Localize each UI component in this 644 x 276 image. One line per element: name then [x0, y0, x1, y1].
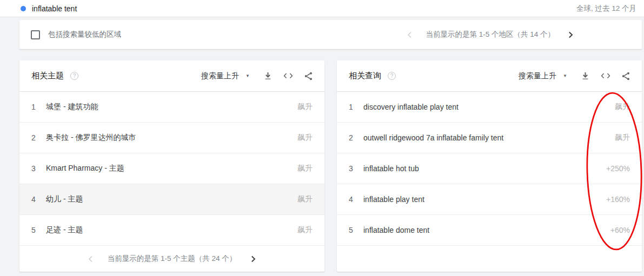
checkbox-label: 包括搜索量较低的区域	[48, 30, 121, 39]
row-rank: 3	[31, 164, 46, 173]
checkbox-box-icon[interactable]	[31, 30, 40, 39]
term-color-dot-icon	[21, 6, 26, 11]
related-queries-header: 相关查询 ? 搜索量上升 ▼	[337, 60, 642, 92]
card-title: 相关查询	[349, 71, 381, 81]
topics-pagination-label: 当前显示的是第 1-5 个主题（共 24 个）	[108, 254, 237, 264]
row-rank: 3	[349, 164, 363, 173]
row-label: outwell ridgewood 7a inflatable family t…	[363, 133, 615, 142]
sort-dropdown[interactable]: 搜索量上升 ▼	[201, 71, 250, 81]
card-title: 相关主题	[31, 71, 64, 81]
row-value: +60%	[610, 226, 630, 234]
row-label: inflatable play tent	[363, 195, 606, 204]
row-value: 飙升	[615, 102, 630, 112]
row-rank: 2	[31, 133, 46, 142]
list-item[interactable]: 3 inflatable hot tub +250%	[337, 153, 642, 184]
row-label: inflatable hot tub	[363, 164, 606, 173]
row-value: 飙升	[297, 164, 313, 173]
related-topics-card: 相关主题 ? 搜索量上升 ▼	[19, 60, 324, 272]
share-icon[interactable]	[304, 72, 313, 80]
queries-footer-empty	[337, 246, 642, 272]
row-label: inflatable dome tent	[363, 226, 610, 234]
row-rank: 5	[31, 226, 46, 234]
row-label: 足迹 - 主题	[46, 225, 297, 235]
region-pagination: 当前显示的是第 1-5 个地区（共 14 个）	[407, 30, 573, 39]
list-item[interactable]: 2 奥卡拉 - 佛罗里达州的城市 飙升	[19, 123, 324, 153]
row-value: +160%	[606, 195, 630, 204]
caret-down-icon: ▼	[563, 73, 567, 78]
row-value: 飙升	[297, 102, 313, 112]
sort-label: 搜索量上升	[519, 71, 556, 81]
list-item[interactable]: 5 inflatable dome tent +60%	[337, 215, 642, 246]
prev-page-icon[interactable]	[407, 31, 412, 38]
sort-label: 搜索量上升	[201, 71, 239, 81]
list-item[interactable]: 4 inflatable play tent +160%	[337, 184, 642, 215]
include-low-volume-checkbox[interactable]: 包括搜索量较低的区域	[31, 30, 121, 39]
related-queries-list: 1 discovery inflatable play tent 飙升 2 ou…	[337, 92, 642, 246]
related-cards-row: 相关主题 ? 搜索量上升 ▼	[19, 60, 642, 272]
google-trends-page: inflatable tent 全球, 过去 12 个月 包括搜索量较低的区域 …	[0, 0, 644, 276]
row-label: discovery inflatable play tent	[363, 103, 615, 111]
help-circle-icon[interactable]: ?	[388, 72, 396, 80]
filters-summary: 全球, 过去 12 个月	[576, 4, 636, 14]
search-term-chip[interactable]: inflatable tent	[21, 4, 77, 13]
download-icon[interactable]	[264, 72, 272, 80]
help-circle-icon[interactable]: ?	[70, 72, 78, 80]
row-rank: 4	[349, 195, 363, 204]
row-value: 飙升	[297, 194, 313, 204]
row-rank: 1	[31, 103, 46, 111]
row-value: +250%	[606, 164, 630, 173]
share-icon[interactable]	[622, 72, 630, 80]
row-rank: 4	[31, 195, 46, 204]
list-item[interactable]: 3 Kmart Pharmacy - 主题 飙升	[19, 153, 324, 184]
topbar: inflatable tent 全球, 过去 12 个月	[0, 0, 644, 17]
row-value: 飙升	[615, 133, 630, 143]
row-label: 城堡 - 建筑功能	[46, 102, 297, 112]
embed-icon[interactable]	[283, 73, 293, 79]
region-pagination-label: 当前显示的是第 1-5 个地区（共 14 个）	[426, 30, 555, 39]
row-value: 飙升	[297, 133, 313, 143]
next-page-icon[interactable]	[568, 31, 573, 38]
topics-pagination: 当前显示的是第 1-5 个主题（共 24 个）	[19, 246, 324, 272]
row-rank: 2	[349, 133, 363, 142]
row-label: Kmart Pharmacy - 主题	[46, 164, 297, 173]
related-queries-card: 相关查询 ? 搜索量上升 ▼	[337, 60, 642, 272]
related-topics-header: 相关主题 ? 搜索量上升 ▼	[19, 60, 324, 92]
row-label: 奥卡拉 - 佛罗里达州的城市	[46, 133, 297, 143]
list-item[interactable]: 1 城堡 - 建筑功能 飙升	[19, 92, 324, 123]
download-icon[interactable]	[581, 72, 589, 80]
row-value: 飙升	[297, 225, 313, 235]
embed-icon[interactable]	[601, 73, 610, 79]
search-term-label: inflatable tent	[32, 4, 77, 13]
row-rank: 1	[349, 103, 363, 111]
next-page-icon[interactable]	[251, 255, 256, 262]
caret-down-icon: ▼	[245, 73, 250, 78]
list-item[interactable]: 4 幼儿 - 主题 飙升	[19, 184, 324, 215]
related-topics-list: 1 城堡 - 建筑功能 飙升 2 奥卡拉 - 佛罗里达州的城市 飙升 3 Kma…	[19, 92, 324, 246]
list-item[interactable]: 2 outwell ridgewood 7a inflatable family…	[337, 123, 642, 153]
list-item[interactable]: 1 discovery inflatable play tent 飙升	[337, 92, 642, 123]
row-rank: 5	[349, 226, 363, 234]
region-filter-bar: 包括搜索量较低的区域 当前显示的是第 1-5 个地区（共 14 个）	[19, 20, 642, 49]
list-item[interactable]: 5 足迹 - 主题 飙升	[19, 215, 324, 246]
sort-dropdown[interactable]: 搜索量上升 ▼	[519, 71, 567, 81]
prev-page-icon[interactable]	[88, 255, 93, 262]
row-label: 幼儿 - 主题	[46, 194, 297, 204]
